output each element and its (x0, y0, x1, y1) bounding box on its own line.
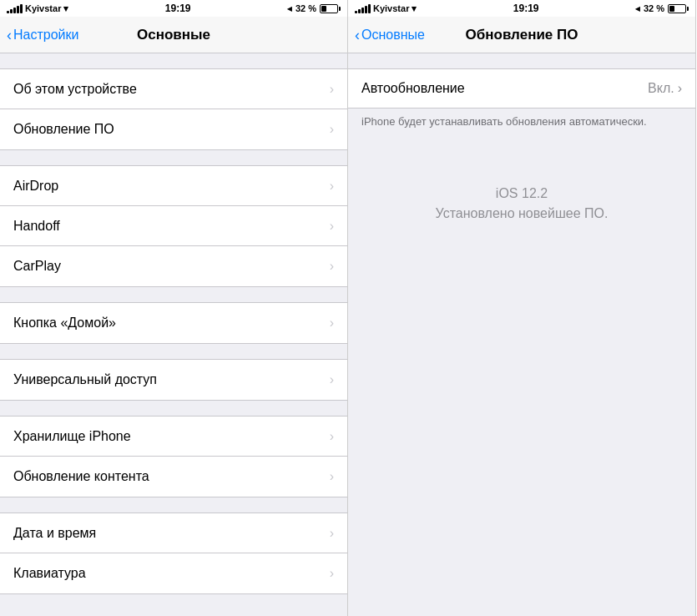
right-about: › (330, 82, 334, 97)
list-group-2: AirDrop › Handoff › CarPlay › (0, 165, 347, 287)
nav-title-left: Основные (137, 27, 210, 43)
list-item-home-button[interactable]: Кнопка «Домой» › (0, 303, 347, 343)
label-home-button: Кнопка «Домой» (13, 316, 116, 331)
wifi-icon-left: ▾ (63, 3, 68, 14)
chevron-bg-refresh: › (330, 469, 334, 484)
list-item-accessibility[interactable]: Универсальный доступ › (0, 360, 347, 400)
left-panel: Kyivstar ▾ 19:19 ◂ 32 % ‹ Настройки Осно… (0, 0, 348, 616)
nav-title-right: Обновление ПО (466, 27, 578, 43)
content-left: Об этом устройстве › Обновление ПО › Air… (0, 53, 347, 616)
time-right: 19:19 (513, 3, 539, 14)
carrier-right: Kyivstar ▾ (355, 3, 417, 14)
chevron-carplay: › (330, 259, 334, 274)
right-icons-left: ◂ 32 % (287, 3, 341, 14)
label-about: Об этом устройстве (13, 82, 137, 97)
list-item-about[interactable]: Об этом устройстве › (0, 69, 347, 109)
list-item-datetime[interactable]: Дата и время › (0, 513, 347, 553)
label-airdrop: AirDrop (13, 179, 58, 194)
signal-bars-left (7, 3, 23, 13)
right-software-update: › (330, 122, 334, 137)
right-panel: Kyivstar ▾ 19:19 ◂ 32 % ‹ Основные Обнов… (348, 0, 696, 616)
auto-update-value: Вкл. › (648, 81, 682, 96)
signal-percent-left: 32 % (295, 3, 316, 13)
gap-5 (0, 497, 347, 512)
ios-info-center: iOS 12.2 Установлено новейшее ПО. (348, 136, 695, 271)
label-datetime: Дата и время (13, 526, 96, 541)
auto-update-description: iPhone будет устанавливать обновления ав… (348, 109, 695, 136)
chevron-storage: › (330, 429, 334, 444)
right-handoff: › (330, 219, 334, 234)
list-item-handoff[interactable]: Handoff › (0, 206, 347, 246)
label-keyboard: Клавиатура (13, 566, 86, 581)
back-label-left: Настройки (13, 28, 78, 43)
right-airdrop: › (330, 179, 334, 194)
status-bar-left: Kyivstar ▾ 19:19 ◂ 32 % (0, 0, 347, 17)
list-group-6: Дата и время › Клавиатура › (0, 512, 347, 594)
list-group-3: Кнопка «Домой» › (0, 302, 347, 344)
chevron-about: › (330, 82, 334, 97)
carrier-left: Kyivstar ▾ (7, 3, 68, 14)
label-handoff: Handoff (13, 219, 60, 234)
label-carplay: CarPlay (13, 259, 61, 274)
ios-version: iOS 12.2 (496, 186, 548, 201)
list-item-carplay[interactable]: CarPlay › (0, 246, 347, 286)
list-item-storage[interactable]: Хранилище iPhone › (0, 417, 347, 457)
ios-message: Установлено новейшее ПО. (436, 206, 609, 221)
right-accessibility: › (330, 372, 334, 387)
location-icon-right: ◂ (635, 3, 640, 14)
battery-left (320, 4, 341, 13)
right-datetime: › (330, 526, 334, 541)
nav-bar-right: ‹ Основные Обновление ПО (348, 17, 695, 53)
list-group-1: Об этом устройстве › Обновление ПО › (0, 68, 347, 150)
label-software-update: Обновление ПО (13, 122, 114, 137)
auto-update-row[interactable]: Автообновление Вкл. › (348, 68, 695, 109)
signal-bars-right (355, 3, 371, 13)
right-icons-right: ◂ 32 % (635, 3, 689, 14)
gap-2 (0, 287, 347, 302)
list-item-software-update[interactable]: Обновление ПО › (0, 109, 347, 149)
chevron-auto-update: › (678, 81, 682, 96)
back-button-left[interactable]: ‹ Настройки (7, 28, 78, 43)
list-group-4: Универсальный доступ › (0, 359, 347, 401)
auto-update-status: Вкл. (648, 81, 674, 96)
location-icon-left: ◂ (287, 3, 292, 14)
right-storage: › (330, 429, 334, 444)
back-label-right: Основные (361, 28, 425, 43)
carrier-name-left: Kyivstar (25, 3, 61, 13)
nav-bar-left: ‹ Настройки Основные (0, 17, 347, 53)
label-accessibility: Универсальный доступ (13, 372, 157, 387)
right-home-button: › (330, 316, 334, 331)
chevron-handoff: › (330, 219, 334, 234)
right-carplay: › (330, 259, 334, 274)
label-storage: Хранилище iPhone (13, 429, 131, 444)
battery-right (668, 4, 689, 13)
gap-3 (0, 344, 347, 359)
chevron-software-update: › (330, 122, 334, 137)
signal-percent-right: 32 % (644, 3, 664, 13)
chevron-accessibility: › (330, 372, 334, 387)
time-left: 19:19 (165, 3, 191, 14)
right-bg-refresh: › (330, 469, 334, 484)
chevron-keyboard: › (330, 566, 334, 581)
chevron-left-icon-right: ‹ (355, 28, 360, 43)
chevron-datetime: › (330, 526, 334, 541)
top-spacer-right (348, 53, 695, 68)
gap-1 (0, 150, 347, 165)
chevron-airdrop: › (330, 179, 334, 194)
status-bar-right: Kyivstar ▾ 19:19 ◂ 32 % (348, 0, 695, 17)
gap-4 (0, 401, 347, 416)
content-right: Автообновление Вкл. › iPhone будет устан… (348, 53, 695, 616)
list-item-bg-refresh[interactable]: Обновление контента › (0, 457, 347, 497)
chevron-left-icon-left: ‹ (7, 28, 12, 43)
right-keyboard: › (330, 566, 334, 581)
list-item-airdrop[interactable]: AirDrop › (0, 166, 347, 206)
list-item-keyboard[interactable]: Клавиатура › (0, 553, 347, 593)
carrier-name-right: Kyivstar (373, 3, 409, 13)
wifi-icon-right: ▾ (412, 3, 417, 14)
list-group-5: Хранилище iPhone › Обновление контента › (0, 416, 347, 497)
label-bg-refresh: Обновление контента (13, 469, 149, 484)
back-button-right[interactable]: ‹ Основные (355, 28, 425, 43)
chevron-home-button: › (330, 316, 334, 331)
top-spacer-1 (0, 53, 347, 68)
auto-update-label: Автообновление (361, 81, 465, 96)
